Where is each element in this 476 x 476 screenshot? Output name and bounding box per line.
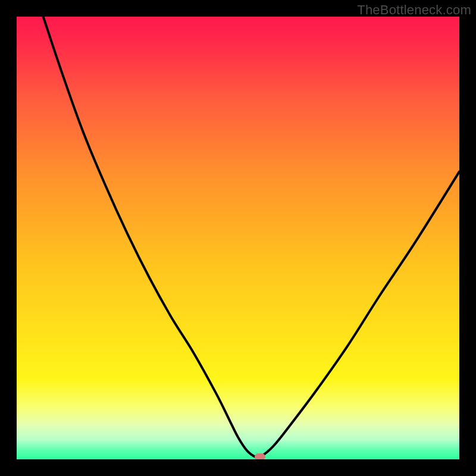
plot-area	[17, 17, 459, 459]
optimal-point-marker	[255, 453, 265, 459]
chart-frame: TheBottleneck.com	[0, 0, 476, 476]
bottleneck-curve	[17, 17, 459, 459]
watermark-text: TheBottleneck.com	[357, 2, 471, 18]
